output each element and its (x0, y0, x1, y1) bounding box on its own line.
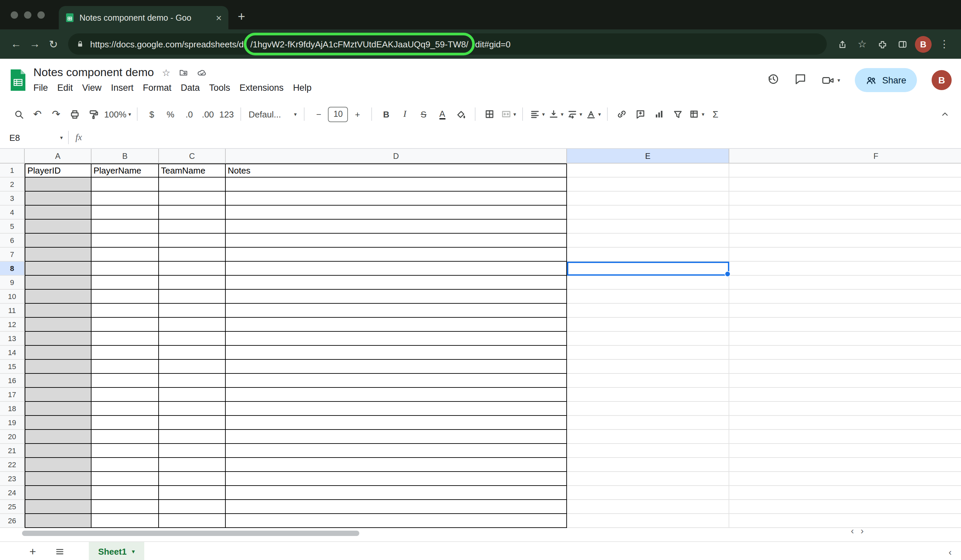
paint-format-icon[interactable] (84, 106, 103, 123)
cell-C2[interactable] (159, 178, 226, 192)
row-header-3[interactable]: 3 (0, 192, 25, 205)
menu-view[interactable]: View (77, 82, 106, 94)
cell-C23[interactable] (159, 472, 226, 486)
move-to-folder-icon[interactable] (178, 68, 188, 77)
cell-A12[interactable] (25, 318, 92, 332)
cell-B24[interactable] (92, 486, 159, 500)
cell-C17[interactable] (159, 388, 226, 402)
increase-decimal-icon[interactable]: .00 (199, 106, 217, 123)
row-header-2[interactable]: 2 (0, 178, 25, 192)
cell-C10[interactable] (159, 290, 226, 304)
row-header-21[interactable]: 21 (0, 444, 25, 458)
print-icon[interactable] (66, 106, 84, 123)
insert-link-icon[interactable] (613, 106, 632, 123)
cell-B8[interactable] (92, 262, 159, 276)
zoom-dropdown[interactable]: 100% ▾ (103, 106, 133, 123)
cell-C20[interactable] (159, 430, 226, 444)
cell-A14[interactable] (25, 346, 92, 360)
cloud-saved-icon[interactable] (196, 68, 207, 77)
cell-A23[interactable] (25, 472, 92, 486)
row-header-15[interactable]: 15 (0, 360, 25, 374)
fill-color-icon[interactable] (452, 106, 471, 123)
cell-A24[interactable] (25, 486, 92, 500)
cell-E7[interactable] (567, 248, 729, 262)
row-header-13[interactable]: 13 (0, 332, 25, 346)
cell-F24[interactable] (729, 486, 961, 500)
cell-B19[interactable] (92, 416, 159, 430)
cell-A8[interactable] (25, 262, 92, 276)
cell-F1[interactable] (729, 164, 961, 178)
cell-A4[interactable] (25, 205, 92, 220)
cell-A21[interactable] (25, 444, 92, 458)
cell-E26[interactable] (567, 514, 729, 528)
cell-F11[interactable] (729, 304, 961, 318)
menu-data[interactable]: Data (176, 82, 204, 94)
font-family-dropdown[interactable]: Defaul... ▾ (246, 106, 299, 123)
cell-D14[interactable] (226, 346, 567, 360)
text-color-icon[interactable]: A (439, 109, 445, 119)
cell-A19[interactable] (25, 416, 92, 430)
row-header-11[interactable]: 11 (0, 304, 25, 318)
row-header-26[interactable]: 26 (0, 514, 25, 528)
vertical-align-icon[interactable]: ▾ (546, 106, 565, 123)
table-views-icon[interactable]: ▾ (688, 106, 706, 123)
cell-C14[interactable] (159, 346, 226, 360)
cell-F2[interactable] (729, 178, 961, 192)
cell-B18[interactable] (92, 402, 159, 416)
decrease-decimal-icon[interactable]: .0 (180, 106, 199, 123)
cell-E10[interactable] (567, 290, 729, 304)
cell-C9[interactable] (159, 276, 226, 290)
cell-B7[interactable] (92, 248, 159, 262)
cell-B12[interactable] (92, 318, 159, 332)
row-header-20[interactable]: 20 (0, 430, 25, 444)
back-button[interactable]: ← (7, 38, 26, 50)
cell-D6[interactable] (226, 234, 567, 248)
cell-B17[interactable] (92, 388, 159, 402)
cell-F17[interactable] (729, 388, 961, 402)
cell-D24[interactable] (226, 486, 567, 500)
cell-D16[interactable] (226, 374, 567, 388)
cell-A6[interactable] (25, 234, 92, 248)
cell-D15[interactable] (226, 360, 567, 374)
cell-F10[interactable] (729, 290, 961, 304)
sheet-tab-caret-icon[interactable]: ▾ (132, 549, 135, 555)
row-header-22[interactable]: 22 (0, 458, 25, 472)
browser-menu-dots-icon[interactable]: ⋮ (934, 38, 954, 50)
cell-C22[interactable] (159, 458, 226, 472)
cell-D18[interactable] (226, 402, 567, 416)
cell-D3[interactable] (226, 192, 567, 205)
browser-tab[interactable]: Notes component demo - Goo × (59, 6, 228, 29)
merge-cells-icon[interactable]: ▾ (499, 106, 518, 123)
borders-icon[interactable] (480, 106, 499, 123)
cell-E25[interactable] (567, 500, 729, 514)
scroll-right-arrow-icon[interactable]: › (860, 525, 863, 536)
cell-E3[interactable] (567, 192, 729, 205)
account-avatar[interactable]: B (932, 70, 951, 90)
column-header-C[interactable]: C (159, 149, 226, 164)
cell-B6[interactable] (92, 234, 159, 248)
cell-E2[interactable] (567, 178, 729, 192)
meet-call-icon[interactable]: ▾ (821, 74, 840, 86)
cell-F23[interactable] (729, 472, 961, 486)
share-page-icon[interactable] (832, 39, 852, 49)
extensions-puzzle-icon[interactable] (872, 39, 892, 49)
cell-C7[interactable] (159, 248, 226, 262)
cell-C25[interactable] (159, 500, 226, 514)
redo-icon[interactable]: ↷ (47, 106, 66, 123)
sheets-logo[interactable] (10, 69, 27, 91)
cell-C24[interactable] (159, 486, 226, 500)
new-tab-button[interactable]: + (238, 10, 245, 24)
decrease-font-size-button[interactable]: − (310, 106, 328, 123)
cell-D23[interactable] (226, 472, 567, 486)
cell-E6[interactable] (567, 234, 729, 248)
menu-help[interactable]: Help (288, 82, 316, 94)
cell-E13[interactable] (567, 332, 729, 346)
window-minimize-button[interactable] (24, 11, 31, 19)
document-title[interactable]: Notes component demo (34, 66, 154, 79)
cell-B4[interactable] (92, 205, 159, 220)
cell-C4[interactable] (159, 205, 226, 220)
cell-F20[interactable] (729, 430, 961, 444)
cell-B22[interactable] (92, 458, 159, 472)
name-box[interactable]: E8 ▾ (0, 133, 63, 143)
cell-B11[interactable] (92, 304, 159, 318)
